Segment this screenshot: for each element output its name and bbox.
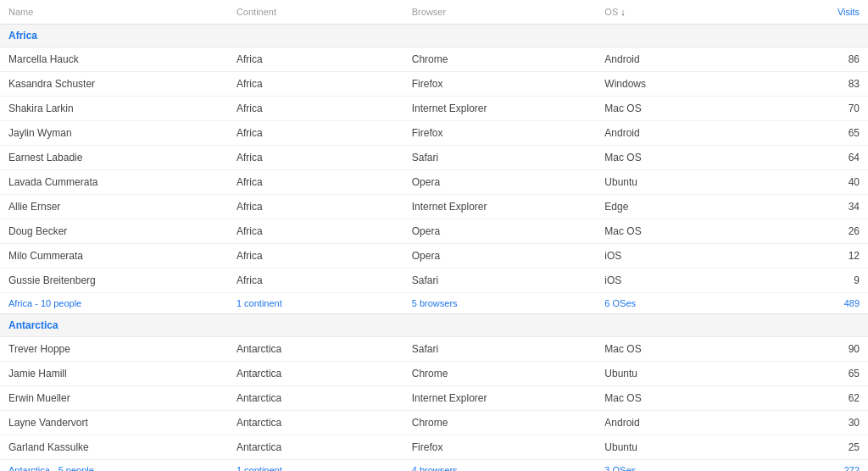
cell-name: Milo Cummerata [0,244,228,269]
cell-name: Lavada Cummerata [0,170,228,195]
col-header-name[interactable]: Name [0,0,228,25]
summary-os: 6 OSes [596,293,763,314]
cell-name: Gussie Breitenberg [0,269,228,293]
summary-continent: 1 continent [228,460,403,472]
cell-continent: Africa [228,269,403,293]
cell-visits: 25 [763,435,868,460]
cell-browser: Safari [403,269,597,293]
cell-visits: 12 [763,244,868,269]
cell-visits: 34 [763,195,868,219]
cell-browser: Chrome [403,362,597,386]
cell-name: Allie Ernser [0,195,228,219]
summary-name: Antarctica - 5 people [0,460,228,472]
cell-continent: Antarctica [228,435,403,460]
group-header-row: Antarctica [0,314,868,337]
cell-browser: Opera [403,170,597,195]
cell-os: Mac OS [596,337,763,362]
summary-browser: 4 browsers [403,460,597,472]
cell-name: Trever Hoppe [0,337,228,362]
table-row: Jamie Hamill Antarctica Chrome Ubuntu 65 [0,362,868,386]
table-row: Kasandra Schuster Africa Firefox Windows… [0,72,868,97]
cell-os: Mac OS [596,219,763,244]
cell-continent: Africa [228,219,403,244]
cell-os: Ubuntu [596,435,763,460]
cell-visits: 64 [763,146,868,170]
table-row: Garland Kassulke Antarctica Firefox Ubun… [0,435,868,460]
cell-name: Kasandra Schuster [0,72,228,97]
summary-visits: 489 [763,293,868,314]
col-header-continent[interactable]: Continent [228,0,403,25]
cell-os: iOS [596,244,763,269]
cell-continent: Africa [228,170,403,195]
cell-visits: 70 [763,97,868,121]
cell-os: Edge [596,195,763,219]
cell-name: Layne Vandervort [0,411,228,435]
cell-browser: Internet Explorer [403,195,597,219]
table-row: Erwin Mueller Antarctica Internet Explor… [0,386,868,411]
group-header-label: Africa [0,25,868,47]
cell-os: Mac OS [596,146,763,170]
table-row: Marcella Hauck Africa Chrome Android 86 [0,47,868,72]
cell-os: Ubuntu [596,170,763,195]
group-summary-row: Antarctica - 5 people 1 continent 4 brow… [0,460,868,472]
cell-browser: Chrome [403,47,597,72]
cell-name: Shakira Larkin [0,97,228,121]
summary-os: 3 OSes [596,460,763,472]
cell-browser: Safari [403,337,597,362]
cell-name: Doug Becker [0,219,228,244]
cell-visits: 40 [763,170,868,195]
col-header-visits[interactable]: Visits [763,0,868,25]
cell-browser: Internet Explorer [403,97,597,121]
cell-name: Garland Kassulke [0,435,228,460]
cell-visits: 62 [763,386,868,411]
col-header-browser[interactable]: Browser [403,0,597,25]
cell-browser: Safari [403,146,597,170]
cell-name: Erwin Mueller [0,386,228,411]
cell-os: Android [596,47,763,72]
cell-browser: Internet Explorer [403,386,597,411]
group-header-row: Africa [0,25,868,47]
summary-name: Africa - 10 people [0,293,228,314]
table-row: Lavada Cummerata Africa Opera Ubuntu 40 [0,170,868,195]
cell-continent: Africa [228,146,403,170]
summary-browser: 5 browsers [403,293,597,314]
summary-continent: 1 continent [228,293,403,314]
cell-continent: Antarctica [228,362,403,386]
table-row: Shakira Larkin Africa Internet Explorer … [0,97,868,121]
cell-browser: Firefox [403,72,597,97]
group-summary-row: Africa - 10 people 1 continent 5 browser… [0,293,868,314]
cell-os: Ubuntu [596,362,763,386]
cell-browser: Firefox [403,121,597,146]
cell-os: Android [596,121,763,146]
cell-os: Windows [596,72,763,97]
cell-continent: Africa [228,97,403,121]
table-row: Jaylin Wyman Africa Firefox Android 65 [0,121,868,146]
table-row: Allie Ernser Africa Internet Explorer Ed… [0,195,868,219]
cell-browser: Opera [403,219,597,244]
cell-visits: 9 [763,269,868,293]
cell-name: Jaylin Wyman [0,121,228,146]
cell-continent: Antarctica [228,386,403,411]
group-header-label: Antarctica [0,314,868,337]
cell-os: Mac OS [596,386,763,411]
cell-browser: Chrome [403,411,597,435]
cell-os: iOS [596,269,763,293]
cell-visits: 26 [763,219,868,244]
cell-continent: Africa [228,47,403,72]
sort-down-icon[interactable]: ↓ [620,7,626,17]
cell-visits: 65 [763,362,868,386]
cell-visits: 30 [763,411,868,435]
cell-continent: Antarctica [228,337,403,362]
table-header-row: Name Continent Browser OS ↓ Visits [0,0,868,25]
cell-visits: 65 [763,121,868,146]
cell-visits: 83 [763,72,868,97]
cell-browser: Firefox [403,435,597,460]
table-row: Gussie Breitenberg Africa Safari iOS 9 [0,269,868,293]
cell-continent: Africa [228,244,403,269]
table-row: Trever Hoppe Antarctica Safari Mac OS 90 [0,337,868,362]
col-header-os[interactable]: OS ↓ [596,0,763,25]
cell-name: Marcella Hauck [0,47,228,72]
cell-continent: Africa [228,72,403,97]
table-row: Layne Vandervort Antarctica Chrome Andro… [0,411,868,435]
data-table: Name Continent Browser OS ↓ Visits Afric… [0,0,868,471]
